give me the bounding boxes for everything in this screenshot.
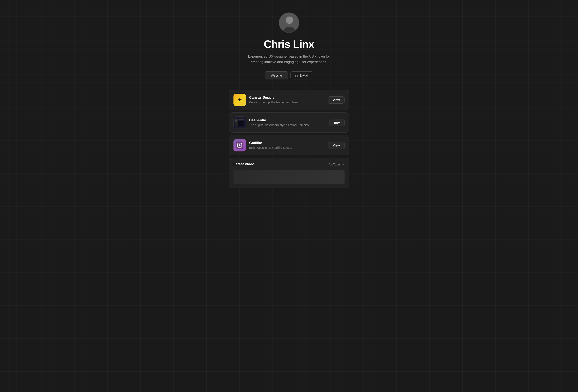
profile-name: Chris Linx [264, 38, 314, 50]
video-thumbnail [234, 170, 344, 184]
canvas-supply-info: Canvas Supply Curating the top 1% Framer… [249, 95, 325, 105]
dashfolio-buy-button[interactable]: Buy [329, 119, 344, 126]
avatar [279, 12, 299, 33]
godlike-title: Godlike [249, 141, 325, 145]
dashfolio-description: The original dashboard-styled Framer Tem… [249, 123, 326, 127]
canvas-supply-title: Canvas Supply [249, 95, 325, 100]
arrow-right-icon: → [341, 162, 344, 166]
dashfolio-icon [234, 116, 246, 129]
canvas-supply-icon [234, 94, 246, 106]
profile-section: Chris Linx Experienced UX designer based… [246, 12, 332, 80]
godlike-icon [234, 139, 246, 151]
email-icon: ▢ [295, 74, 298, 77]
canvas-supply-description: Curating the top 1% Framer templates. [249, 100, 325, 105]
godlike-card: Godlike Build Websites at Godlike Speed.… [229, 135, 349, 155]
profile-bio: Experienced UX designer based in the US … [246, 54, 332, 65]
content-section: Canvas Supply Curating the top 1% Framer… [229, 90, 349, 188]
dashfolio-title: DashFolio [249, 118, 326, 122]
profile-buttons: Website ▢ E-Mail [265, 71, 313, 80]
youtube-label: YouTube [328, 163, 340, 166]
canvas-supply-view-button[interactable]: View [328, 96, 344, 104]
youtube-link[interactable]: YouTube → [328, 162, 344, 166]
canvas-supply-card: Canvas Supply Curating the top 1% Framer… [229, 90, 349, 110]
dashfolio-card: DashFolio The original dashboard-styled … [229, 112, 349, 133]
godlike-logo-shape [236, 141, 243, 149]
svg-point-1 [286, 16, 293, 24]
godlike-description: Build Websites at Godlike Speed. [249, 146, 325, 150]
email-label: E-Mail [299, 74, 308, 77]
godlike-view-button[interactable]: View [328, 142, 344, 149]
latest-video-title: Latest Video [234, 162, 254, 166]
dashfolio-info: DashFolio The original dashboard-styled … [249, 118, 326, 127]
email-button[interactable]: ▢ E-Mail [290, 71, 313, 80]
website-button[interactable]: Website [265, 71, 288, 80]
latest-video-header: Latest Video YouTube → [234, 162, 344, 166]
latest-video-card: Latest Video YouTube → [229, 158, 349, 188]
godlike-info: Godlike Build Websites at Godlike Speed. [249, 141, 325, 150]
video-thumb-image [234, 170, 344, 184]
